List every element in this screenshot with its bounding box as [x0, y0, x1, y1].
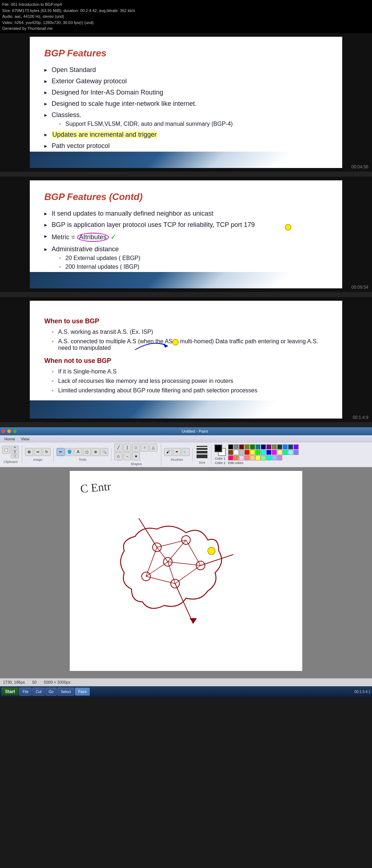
- swatch-olive[interactable]: [244, 444, 250, 449]
- swatch-magenta[interactable]: [272, 450, 277, 455]
- titlebar-close-btn[interactable]: [1, 429, 5, 433]
- swatch-dark-blue[interactable]: [288, 444, 293, 449]
- magnifier-button[interactable]: 🔍: [100, 448, 108, 456]
- resize-button[interactable]: ⇔: [34, 448, 42, 456]
- crop-button[interactable]: ⊠: [25, 448, 33, 456]
- arrow-shape[interactable]: →: [123, 452, 131, 460]
- swatch-brown[interactable]: [228, 450, 233, 455]
- select-all-button[interactable]: □: [11, 455, 19, 458]
- slide3-timestamp: 00:1:4:9: [353, 415, 368, 420]
- taskbar-app-select[interactable]: Select: [57, 688, 74, 696]
- swatch-cyan[interactable]: [261, 450, 266, 455]
- brushes-label: Brushes: [171, 458, 183, 461]
- svg-marker-20: [190, 618, 197, 624]
- rotate-button[interactable]: ↻: [43, 448, 50, 456]
- swatch-teal[interactable]: [255, 444, 260, 449]
- triangle-shape[interactable]: △: [149, 444, 157, 452]
- swatch-gray[interactable]: [234, 444, 239, 449]
- rect-shape[interactable]: □: [132, 444, 140, 452]
- curve-shape[interactable]: ∫: [123, 444, 131, 452]
- swatch-rose[interactable]: [228, 455, 233, 460]
- size-medium[interactable]: [197, 448, 207, 450]
- slide3-when-bullet-multi-homed: A.S. connected to multiple A.S (when the…: [52, 338, 328, 351]
- text-button[interactable]: A: [74, 448, 82, 456]
- swatch-turquoise[interactable]: [266, 455, 271, 460]
- status-zoom: 50: [32, 680, 37, 684]
- brush-calligraphy[interactable]: ✒: [173, 448, 181, 456]
- swatch-violet[interactable]: [294, 444, 299, 449]
- taskbar-app-file[interactable]: File: [19, 688, 32, 696]
- paste-button[interactable]: 📋: [2, 446, 10, 454]
- swatch-spring-green[interactable]: [283, 450, 288, 455]
- edit-colors-button[interactable]: Edit colors: [228, 461, 301, 465]
- pencil-button[interactable]: ✏: [57, 448, 65, 456]
- file-info-line5: Generated by Thumbnail.me: [2, 25, 370, 32]
- titlebar-minimize-btn[interactable]: [7, 429, 11, 433]
- color1-active[interactable]: [214, 444, 222, 452]
- taskbar-app-paint[interactable]: Paint: [75, 688, 90, 696]
- cut-button[interactable]: ✂: [11, 446, 19, 449]
- tools-label: Tools: [78, 458, 86, 461]
- swatch-white[interactable]: [234, 450, 239, 455]
- swatch-sky-blue[interactable]: [272, 455, 277, 460]
- swatch-orange[interactable]: [234, 455, 239, 460]
- swatch-yellow[interactable]: [250, 450, 255, 455]
- taskbar-app-cut[interactable]: Cut: [32, 688, 45, 696]
- swatch-maroon[interactable]: [239, 444, 244, 449]
- slide1-wrapper: BGP Features Open Standard Exterior Gate…: [0, 33, 372, 172]
- star-shape[interactable]: ★: [132, 452, 140, 460]
- paint-statusbar: 1730, 186px 50 5000 × 3000px: [0, 678, 372, 686]
- swatch-light-yellow[interactable]: [277, 450, 282, 455]
- eraser-button[interactable]: ◻: [83, 448, 91, 456]
- swatch-navy[interactable]: [261, 444, 266, 449]
- swatch-peach[interactable]: [250, 455, 255, 460]
- fill-button[interactable]: 🪣: [65, 448, 73, 456]
- taskbar-app-go[interactable]: Go: [45, 688, 57, 696]
- swatch-lavender[interactable]: [277, 455, 282, 460]
- copy-button[interactable]: ⎘: [11, 450, 19, 454]
- swatch-silver[interactable]: [239, 450, 244, 455]
- swatch-red[interactable]: [244, 450, 250, 455]
- slide2-bullet-list: It send updates to manually defined neig…: [44, 210, 328, 270]
- start-button[interactable]: Start: [1, 688, 19, 696]
- slide3-when-to-use-list: A.S. working as transit A.S. (Ex. ISP) A…: [52, 329, 328, 351]
- clipboard-buttons: 📋 ✂ ⎘ □: [2, 446, 19, 458]
- slide3-when-bullet-isp: A.S. working as transit A.S. (Ex. ISP): [52, 329, 328, 335]
- size-thick[interactable]: [197, 451, 207, 453]
- ellipse-shape[interactable]: ○: [141, 444, 149, 452]
- swatch-purple[interactable]: [266, 444, 271, 449]
- swatch-light-blue[interactable]: [294, 450, 299, 455]
- brush-airbrush[interactable]: 💨: [182, 448, 190, 456]
- size-thin[interactable]: [197, 446, 207, 447]
- line-shape[interactable]: ╱: [114, 444, 122, 452]
- swatch-lime[interactable]: [255, 450, 260, 455]
- size-label: Size: [199, 461, 205, 464]
- swatch-black[interactable]: [228, 444, 233, 449]
- svg-line-14: [168, 562, 201, 565]
- paint-menu-home[interactable]: Home: [1, 436, 18, 442]
- slide3-when-not-bullet-understanding: Limited understanding about BGP route fi…: [52, 387, 328, 394]
- titlebar-maximize-btn[interactable]: [13, 429, 17, 433]
- size-extra-thick[interactable]: [197, 455, 207, 458]
- swatch-dark-teal[interactable]: [277, 444, 282, 449]
- paint-canvas-area[interactable]: C Entr: [0, 467, 372, 678]
- swatch-light-green[interactable]: [261, 455, 266, 460]
- attributes-circled: Attributes: [77, 233, 109, 242]
- slide3-annotation: [132, 335, 175, 355]
- slide3-when-not-heading: When not to use BGP: [44, 357, 328, 365]
- paint-menu-view[interactable]: View: [18, 436, 32, 442]
- diamond-shape[interactable]: ◇: [114, 452, 122, 460]
- brush-normal[interactable]: 🖌: [164, 448, 172, 456]
- swatch-green[interactable]: [250, 444, 255, 449]
- swatch-salmon[interactable]: [244, 455, 250, 460]
- eyedropper-button[interactable]: ⊕: [92, 448, 100, 456]
- swatch-dark-olive[interactable]: [272, 444, 277, 449]
- slide3-when-not-list: If it is Single-home A.S Lack of recours…: [52, 368, 328, 394]
- swatch-blue[interactable]: [283, 444, 288, 449]
- swatch-bright-yellow[interactable]: [255, 455, 260, 460]
- swatch-blue2[interactable]: [266, 450, 271, 455]
- paint-canvas[interactable]: C Entr: [70, 471, 302, 671]
- swatch-light-cyan[interactable]: [288, 450, 293, 455]
- swatch-light-pink[interactable]: [239, 455, 244, 460]
- network-diagram: [121, 518, 233, 624]
